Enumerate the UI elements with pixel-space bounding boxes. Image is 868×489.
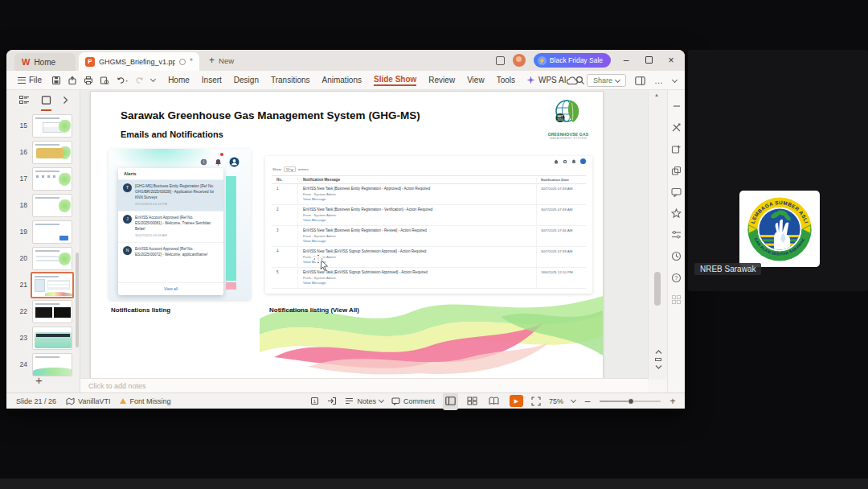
slide-21[interactable]: Sarawak Greenhouse Gas Management System… <box>91 92 603 378</box>
slide-thumb-16[interactable]: 16 <box>6 141 80 166</box>
panel-expand-icon[interactable] <box>63 93 68 108</box>
close-button[interactable]: × <box>664 55 678 66</box>
history-clock-icon[interactable] <box>671 251 682 261</box>
file-menu[interactable]: File <box>18 76 42 84</box>
cloud-upload-icon[interactable] <box>567 76 578 85</box>
ghgms-logo[interactable]: NET 2050 GREENHOUSE GAS MANAGEMENT SYSTE… <box>543 96 593 140</box>
menu-tools[interactable]: Tools <box>497 76 515 84</box>
menu-review[interactable]: Review <box>428 76 455 84</box>
export-button[interactable] <box>68 76 77 85</box>
zoom-slider-knob[interactable] <box>628 398 634 405</box>
normal-view-button[interactable] <box>443 392 458 410</box>
menu-insert[interactable]: Insert <box>202 76 222 84</box>
thumbnail-panel-scrollbar[interactable] <box>76 253 79 347</box>
slide-subtitle[interactable]: Emails and Notifications <box>121 129 223 139</box>
outline-view-icon[interactable] <box>19 93 30 108</box>
screenshot-notifications-table[interactable]: Show 10 entries No. Notification Message… <box>265 156 592 294</box>
sparkle-icon <box>526 76 535 84</box>
reading-view-button[interactable] <box>486 392 502 410</box>
slide-thumb-19[interactable]: 19 <box>6 220 80 245</box>
caption-notifications-view-all[interactable]: Notifications listing (View All) <box>269 306 359 314</box>
video-participant-tile[interactable]: LEMBAGA SUMBER ASLI DAN ALAM SEKITAR SAR… <box>688 50 868 291</box>
comment-button[interactable]: Comment <box>391 397 435 405</box>
share-button[interactable]: Share <box>587 74 626 87</box>
font-missing-warning[interactable]: Font Missing <box>120 397 170 405</box>
more-options-button[interactable]: … <box>654 76 664 85</box>
zoom-slider[interactable] <box>600 401 661 402</box>
favorites-icon[interactable] <box>671 208 682 219</box>
menu-slide-show[interactable]: Slide Show <box>374 75 416 86</box>
print-preview-button[interactable] <box>100 76 109 85</box>
save-button[interactable] <box>51 76 61 85</box>
undo-button[interactable] <box>116 76 129 85</box>
fit-screen-icon[interactable] <box>531 397 541 406</box>
slide-thumbnail-panel: 15 16 17 18 19 20 <box>6 90 80 394</box>
menu-animations[interactable]: Animations <box>322 76 362 84</box>
window-dock-icon[interactable] <box>496 56 505 65</box>
screenshot-alerts-dropdown[interactable]: i Alerts T [GHG-MS] Business Entity Regi… <box>108 149 251 300</box>
minimize-button[interactable]: – <box>619 55 633 66</box>
animation-pane-icon[interactable] <box>671 144 682 154</box>
comment-pane-icon[interactable] <box>671 187 682 197</box>
font-missing-label: Font Missing <box>129 397 170 405</box>
caption-notifications-listing[interactable]: Notifications listing <box>111 306 170 314</box>
template-indicator[interactable]: VanillaVTI <box>66 397 110 405</box>
apps-grid-icon[interactable] <box>671 294 682 305</box>
notification-badge <box>220 153 223 156</box>
page-setup-icon[interactable]: 1 <box>310 397 319 405</box>
zoom-slider-fill <box>600 401 630 402</box>
slide-thumb-17[interactable]: 17 <box>6 167 80 192</box>
menu-home[interactable]: Home <box>168 76 190 84</box>
ribbon-layout-icon[interactable] <box>635 76 645 85</box>
col-date: Notification Date <box>536 178 586 182</box>
help-icon[interactable]: ? <box>671 273 682 283</box>
redo-button[interactable] <box>135 76 145 85</box>
account-avatar[interactable] <box>513 54 526 67</box>
black-friday-sale-button[interactable]: ⚡ Black Friday Sale <box>534 53 611 68</box>
slide-thumb-21-selected[interactable]: 21 <box>6 273 80 298</box>
zoom-in-button[interactable]: + <box>669 396 677 407</box>
slide-thumb-20[interactable]: 20 <box>6 247 80 272</box>
previous-slide-button[interactable] <box>655 349 662 355</box>
collapse-ribbon-icon[interactable] <box>672 76 678 82</box>
collapse-rail-icon[interactable] <box>672 101 682 111</box>
notes-toggle[interactable]: Notes <box>345 397 383 405</box>
zoom-level[interactable]: 75% <box>549 397 563 405</box>
alert-text: EnVISS Account Approved [Ref No. ES/2025… <box>135 247 208 257</box>
edit-tools-icon[interactable] <box>671 122 682 133</box>
slideshow-play-button[interactable]: ▶ <box>510 395 523 407</box>
slide-sorter-view-button[interactable] <box>465 392 480 410</box>
print-button[interactable] <box>84 76 93 85</box>
modified-indicator-icon: * <box>190 57 193 66</box>
info-icon: i <box>200 158 207 166</box>
slide-thumb-23[interactable]: 23 <box>6 327 80 351</box>
slide-nav-handle[interactable] <box>655 358 661 361</box>
settings-sliders-icon[interactable] <box>671 230 682 240</box>
shapes-pane-icon[interactable] <box>671 166 682 176</box>
slide-thumb-18[interactable]: 18 <box>6 194 80 219</box>
zoom-out-button[interactable]: – <box>583 396 592 407</box>
maximize-button[interactable] <box>641 55 656 66</box>
menu-transitions[interactable]: Transitions <box>271 76 310 84</box>
table-row: 2 EnVISS New Task [Business Entity Regis… <box>272 205 586 226</box>
slide-thumb-24[interactable]: 24 <box>6 353 80 378</box>
scrollbar-thumb[interactable] <box>654 272 661 306</box>
scroll-up-arrow[interactable]: ▲ <box>654 92 659 97</box>
tab-home[interactable]: W Home <box>14 53 76 71</box>
play-from-slide-icon[interactable] <box>327 397 337 405</box>
slide-scrollbar[interactable]: ▲ <box>648 90 667 380</box>
slide-thumb-15[interactable]: 15 <box>6 114 80 139</box>
add-slide-button[interactable]: + <box>35 373 43 387</box>
slide-title[interactable]: Sarawak Greenhouse Gas Management System… <box>121 109 420 121</box>
wps-ai-button[interactable]: WPS AI <box>526 76 566 84</box>
tab-document[interactable]: P GHGMS_Briefing_v1.pptx * <box>79 52 199 71</box>
menu-design[interactable]: Design <box>234 76 259 84</box>
new-tab-button[interactable]: + New <box>209 55 234 66</box>
slide-thumb-22[interactable]: 22 <box>6 300 80 325</box>
zoom-dropdown-icon[interactable] <box>571 397 576 403</box>
thumbnail-view-icon[interactable] <box>41 93 51 108</box>
next-slide-button[interactable] <box>655 364 662 370</box>
notes-area[interactable]: Click to add notes <box>80 378 648 392</box>
quickbar-expand-icon[interactable] <box>150 76 156 82</box>
menu-view[interactable]: View <box>467 76 485 84</box>
